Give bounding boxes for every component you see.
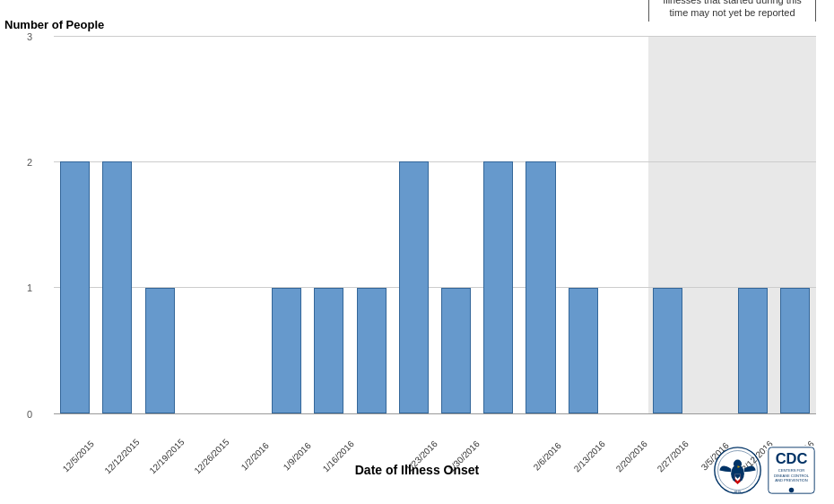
- x-label: 1/9/2016: [278, 439, 315, 475]
- bar: [569, 288, 598, 413]
- bar: [145, 288, 175, 413]
- bars-wrapper: [54, 36, 816, 413]
- bar-slot: [138, 36, 180, 413]
- bar: [357, 288, 387, 413]
- bar-slot: [562, 36, 604, 413]
- x-label: 1/16/2016: [320, 439, 357, 475]
- bar-slot: [223, 36, 265, 413]
- x-label: 12/19/2015: [147, 437, 186, 475]
- bar: [102, 161, 132, 413]
- bar-slot: [181, 36, 223, 413]
- x-label: 2/27/2016: [655, 439, 691, 475]
- hhs-logo: HHS: [713, 446, 762, 495]
- svg-text:AND PREVENTION: AND PREVENTION: [775, 478, 808, 482]
- y-tick-1: 1: [27, 282, 32, 293]
- bar: [483, 161, 513, 413]
- x-label: 2/6/2016: [529, 439, 566, 475]
- y-axis-label: Number of People: [4, 18, 104, 31]
- bar-slot: [732, 36, 774, 413]
- x-label: 2/13/2016: [571, 439, 608, 475]
- bar: [780, 288, 810, 413]
- bar-slot: [435, 36, 477, 413]
- x-label: 12/26/2015: [192, 437, 230, 475]
- bar-slot: [351, 36, 393, 413]
- svg-text:CDC: CDC: [776, 450, 808, 466]
- bar-slot: [477, 36, 519, 413]
- bar-slot: [96, 36, 138, 413]
- svg-text:HHS: HHS: [734, 491, 742, 494]
- chart-container: Number of People Illnesses that started …: [0, 0, 834, 504]
- bar-slot: [689, 36, 731, 413]
- bar-slot: [519, 36, 561, 413]
- bar-slot: [393, 36, 435, 413]
- cdc-logo: CDC CENTERS FOR DISEASE CONTROL AND PREV…: [767, 446, 816, 495]
- bar: [653, 288, 682, 413]
- y-tick-3: 3: [27, 31, 32, 42]
- chart-area: Illnesses that started during this time …: [54, 36, 816, 414]
- bar-slot: [647, 36, 689, 413]
- bar: [738, 288, 768, 413]
- bar: [526, 161, 555, 413]
- x-label: 12/12/2015: [102, 437, 141, 475]
- bar: [441, 288, 471, 413]
- x-axis-label: Date of Illness Onset: [355, 463, 479, 477]
- svg-text:CENTERS FOR: CENTERS FOR: [778, 468, 804, 473]
- bar: [60, 161, 90, 413]
- bar-slot: [265, 36, 308, 413]
- bar: [272, 288, 301, 413]
- logo-area: HHS CDC CENTERS FOR DISEASE CONTROL AND …: [713, 446, 816, 495]
- x-label: [488, 439, 525, 475]
- y-tick-2: 2: [27, 157, 32, 168]
- annotation-box: Illnesses that started during this time …: [648, 0, 816, 22]
- bar-slot: [54, 36, 96, 413]
- bar: [399, 161, 429, 413]
- bar-slot: [774, 36, 816, 413]
- x-labels: 12/5/201512/12/201512/19/201512/26/20151…: [54, 448, 816, 463]
- x-label: 2/20/2016: [613, 439, 650, 475]
- x-label: 1/2/2016: [237, 439, 274, 475]
- svg-text:DISEASE CONTROL: DISEASE CONTROL: [774, 474, 810, 478]
- svg-point-11: [789, 488, 795, 493]
- y-tick-0: 0: [27, 409, 32, 420]
- annotation-text: Illnesses that started during this time …: [663, 0, 802, 18]
- bar: [314, 288, 343, 413]
- grid-line-0: 0: [54, 413, 816, 414]
- x-label: 12/5/2015: [60, 439, 97, 475]
- bar-slot: [604, 36, 647, 413]
- bar-slot: [308, 36, 350, 413]
